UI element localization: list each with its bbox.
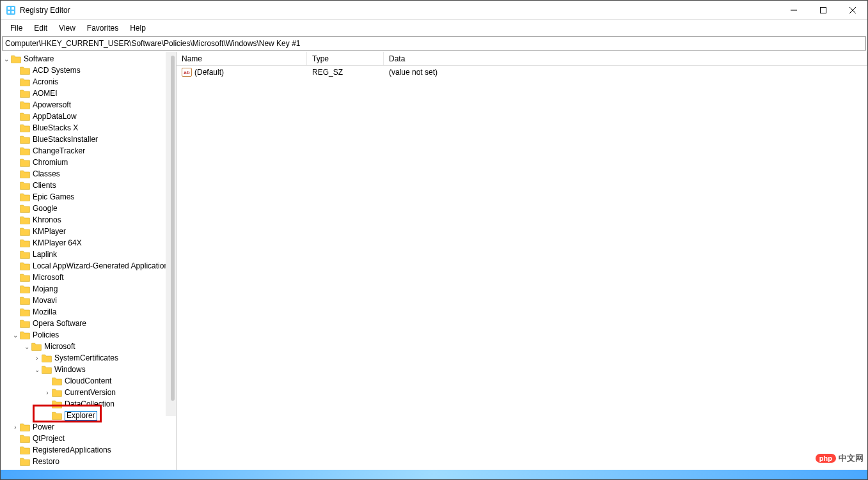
tree-item[interactable]: Microsoft [2,272,176,283]
app-icon [6,5,16,15]
tree-item[interactable]: Mozilla [2,306,176,318]
folder-icon [20,159,30,167]
watermark-text: 中文网 [839,453,864,464]
tree-item[interactable]: Laplink [2,249,176,260]
list-header-type[interactable]: Type [307,52,384,65]
list-header-data[interactable]: Data [384,52,867,65]
tree-pane[interactable]: ⌄SoftwareACD SystemsAcronisAOMEIApowerso… [1,52,177,470]
tree-item[interactable]: Acronis [2,76,176,88]
folder-icon [20,66,30,75]
folder-icon [20,101,30,109]
tree-item[interactable]: ›Power [2,421,176,433]
tree-scrollbar[interactable] [166,52,176,416]
tree-item[interactable]: Opera Software [2,318,176,329]
tree-item[interactable]: CloudContent [2,375,176,387]
tree-item[interactable]: Google [2,203,176,214]
expander-icon[interactable]: › [11,424,20,431]
tree-item-label: KMPlayer [33,227,66,236]
tree-scrollbar-thumb[interactable] [171,56,175,401]
tree-item-label: Chromium [33,158,68,167]
folder-icon [31,343,42,351]
tree-item[interactable]: ›CurrentVersion [2,387,176,398]
menu-help[interactable]: Help [124,22,152,35]
folder-icon [20,458,30,466]
tree-item[interactable]: QtProject [2,433,176,444]
folder-icon [20,205,30,213]
minimize-button[interactable] [779,1,809,20]
folder-icon [20,124,30,132]
tree-item[interactable]: Classes [2,168,176,180]
folder-icon [52,400,62,408]
tree-item[interactable]: BlueStacks X [2,122,176,134]
tree-item[interactable]: Explorer [2,410,176,421]
close-button[interactable] [838,1,867,20]
tree-item[interactable]: ChangeTracker [2,145,176,157]
expander-icon[interactable]: › [33,355,42,362]
menu-edit[interactable]: Edit [28,22,53,35]
tree-item[interactable]: Apowersoft [2,99,176,111]
expander-icon[interactable]: ⌄ [22,343,31,350]
tree-item[interactable]: KMPlayer [2,226,176,237]
tree-item[interactable]: ⌄Windows [2,364,176,375]
desktop-background-sliver [1,470,867,479]
folder-icon [52,412,62,420]
folder-icon [52,389,62,397]
menu-view[interactable]: View [53,22,81,35]
list-header-name[interactable]: Name [177,52,307,65]
tree-item[interactable]: Local AppWizard-Generated Applications [2,260,176,272]
tree-item[interactable]: Khronos [2,214,176,226]
tree-item[interactable]: AppDataLow [2,111,176,122]
title-bar: Registry Editor [1,1,867,20]
expander-icon[interactable]: ⌄ [11,332,20,339]
tree-item-label: QtProject [33,434,65,443]
tree-item-label: SystemCertificates [54,353,118,362]
expander-icon[interactable]: ⌄ [33,366,42,373]
tree-item-label: DataCollection [65,399,114,408]
list-row[interactable]: ab (Default) REG_SZ (value not set) [177,66,867,79]
maximize-button[interactable] [809,1,838,20]
tree-item[interactable]: Movavi [2,295,176,306]
tree-item[interactable]: RegisteredApplications [2,444,176,456]
tree-item[interactable]: KMPlayer 64X [2,237,176,249]
tree-item-label: BlueStacksInstaller [33,135,98,144]
folder-icon [20,182,30,190]
tree-item[interactable]: ACD Systems [2,65,176,76]
tree-item[interactable]: DataCollection [2,398,176,410]
tree-item-label: Microsoft [44,342,75,351]
folder-icon [20,78,30,86]
folder-icon [20,112,30,121]
menu-bar: File Edit View Favorites Help [1,20,867,36]
folder-icon [20,216,30,224]
tree-item-label: ChangeTracker [33,146,85,155]
folder-icon [20,89,30,98]
folder-icon [20,308,30,316]
tree-item-label: Opera Software [33,319,86,328]
tree-item[interactable]: BlueStacksInstaller [2,134,176,145]
tree-item[interactable]: Mojang [2,283,176,295]
tree-item-label: BlueStacks X [33,123,78,132]
tree-rename-input[interactable]: Explorer [65,411,97,421]
expander-icon[interactable]: › [43,389,52,396]
tree-item[interactable]: ⌄Policies [2,329,176,341]
expander-icon[interactable]: ⌄ [2,56,11,63]
menu-file[interactable]: File [4,22,28,35]
tree-item[interactable]: ›SystemCertificates [2,352,176,364]
tree-item-label: Microsoft [33,273,64,282]
address-bar[interactable]: Computer\HKEY_CURRENT_USER\Software\Poli… [2,36,866,50]
tree-item[interactable]: Chromium [2,157,176,168]
watermark-badge: php [816,454,836,463]
menu-favorites[interactable]: Favorites [81,22,124,35]
tree-item[interactable]: ⌄Microsoft [2,341,176,352]
list-pane[interactable]: Name Type Data ab (Default) REG_SZ (valu… [177,52,867,470]
tree-item[interactable]: Clients [2,180,176,191]
tree-item[interactable]: Epic Games [2,191,176,203]
tree-item[interactable]: Restoro [2,456,176,467]
tree-item[interactable]: AOMEI [2,88,176,99]
tree-item-label: RegisteredApplications [33,445,111,454]
tree-item-label: ACD Systems [33,66,81,75]
folder-icon [20,262,30,270]
folder-icon [20,320,30,328]
tree-item-label: Windows [54,365,86,374]
folder-icon [20,274,30,282]
tree-item[interactable]: ⌄Software [2,53,176,65]
